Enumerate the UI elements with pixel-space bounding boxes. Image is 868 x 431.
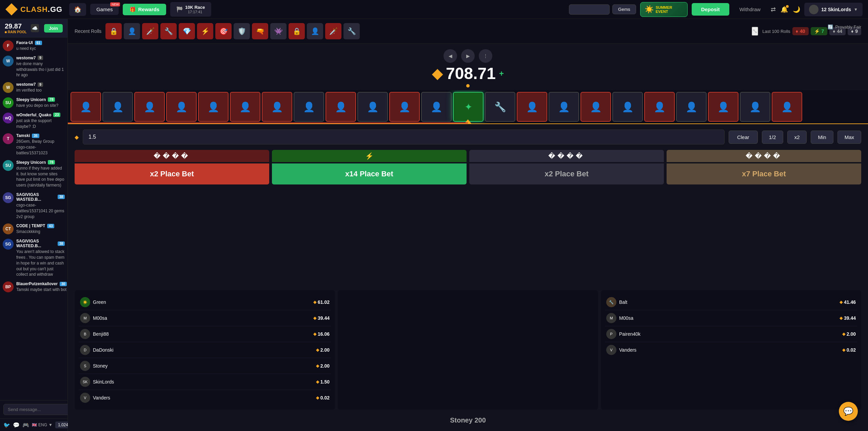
gem-icon: ◆ [842,348,845,352]
roll-item: 👾 [270,23,287,39]
refresh-button[interactable]: ⇄ [771,6,776,13]
discord-icon[interactable]: 💬 [13,422,20,428]
steam-icon[interactable]: 🎮 [22,422,29,428]
clear-button[interactable]: Clear [729,131,758,144]
carousel-item: ✦ [453,92,484,122]
player-name: Vanders [619,347,840,353]
col-icon: � [557,152,565,160]
chat-avatar: CT [3,223,14,234]
jackpot-area: ◀ ▶ ⋮ ◆ 708.71 + [68,44,868,90]
rain-icon[interactable]: ☁️ [31,24,39,32]
place-bet-button-red[interactable]: x2 Place Bet [75,163,269,184]
carousel-item: 👤 [71,92,101,122]
rain-amount: 29.87 [5,22,27,30]
chat-text: 26Gem, Bway Group csgo-case-battles/1537… [16,139,65,156]
bets-table-row: SK SkinLords ◆ 1.50 [79,374,331,390]
roll-item: 👤 [307,23,323,39]
user-area[interactable]: 12 SkinLords ▼ [804,3,863,16]
jackpot-controls: ◀ ▶ ⋮ [443,49,492,63]
gem-icon: ◆ [316,364,319,368]
notification-button[interactable]: 🔔 [781,6,788,13]
roll-item: 🎯 [215,23,232,39]
balt-label: Balt [619,299,837,305]
language-selector[interactable]: 🇬🇧 ENG ▼ [32,423,53,427]
chat-messages: F Faora-UI 61 u need kyc W westonw7 9 iv… [0,38,67,400]
gems-input[interactable] [569,4,610,15]
deposit-button[interactable]: Deposit [692,3,729,16]
roll-item: 💎 [179,23,195,39]
carousel-item: 👤 [389,92,420,122]
expand-rolls-button[interactable]: ⤡ [752,27,758,36]
provably-fair-button[interactable]: 🔄 Provably Fair [828,24,861,30]
chat-message: F Faora-UI 61 u need kyc [3,40,65,52]
carousel-item: 👤 [644,92,675,122]
place-bet-button-dark[interactable]: x2 Place Bet [469,163,664,184]
green-bets-table: ☀️ Green ◆ 61.02 M M00sa ◆ 39.44 B Benji… [75,290,335,410]
roll-item: 🔫 [252,23,268,39]
carousel-progress [68,122,868,123]
player-name: Pairen40k [619,331,840,337]
rewards-button[interactable]: Rewards [123,4,166,15]
support-chat-button[interactable]: 💬 [839,402,858,421]
half-bet-button[interactable]: 1/2 [762,131,783,144]
race-button[interactable]: 🏁 10K Race 17:17:41 [170,2,211,17]
chat-content: SAGIVIGAS WASTED.B... 38 You aren't allo… [16,239,65,277]
chat-level: 38 [58,241,65,246]
moon-button[interactable]: 🌙 [793,6,800,13]
col-header-icons: 🔒🗡️ [75,150,269,162]
chat-level: 78 [48,160,55,164]
gem-icon: ◆ [316,395,319,400]
roll-item: ⚡ [197,23,213,39]
gems-button[interactable]: Gems [612,4,636,14]
player-amount: ◆ 2.00 [842,331,856,337]
last100-label: Last 100 Rolls [762,29,790,34]
logo-diamond [5,3,18,16]
rain-label: RAIN POOL [5,30,27,34]
double-bet-button[interactable]: x2 [787,131,807,144]
chat-username: westonw7 9 [16,82,65,87]
bets-table-row: V Vanders ◆ 0.02 [605,342,857,358]
col-header-icons: 🎯🗡️ [667,150,861,162]
carousel-item: 👤 [198,92,229,122]
top-nav: CLASH.GG 🏠 Games NEW Rewards 🏁 10K Race … [0,0,868,19]
join-rain-button[interactable]: Join [44,24,63,33]
chat-content: Sleepy Unicorn 78 have you depo on site? [16,97,65,109]
balt-icon: 🔧 [606,297,616,307]
withdraw-button[interactable]: Withdraw [733,3,767,16]
chat-username: Tamski 35 [16,133,65,138]
twitter-icon[interactable]: 🐦 [3,422,10,428]
max-bet-button[interactable]: Max [837,131,861,144]
place-bet-button-brown[interactable]: x7 Place Bet [667,163,861,184]
chat-message: W westonw7 9 im verified too [3,82,65,93]
gem-icon: ◆ [840,316,843,320]
green-bets-rows: M M00sa ◆ 39.44 B Benji88 ◆ 16.06 D DaDo… [79,310,331,406]
col-icon: ⚡ [365,152,374,160]
place-bet-button-green[interactable]: x14 Place Bet [272,163,467,184]
chat-avatar: T [3,133,14,144]
carousel-item: 👤 [517,92,547,122]
home-button[interactable]: 🏠 [69,3,86,16]
player-avatar: D [80,345,90,355]
chat-avatar: BP [3,281,14,292]
chat-username: Sleepy Unicorn 78 [16,97,65,102]
player-avatar: P [606,329,616,339]
bets-table-row: P Pairen40k ◆ 2.00 [605,326,857,342]
jackpot-next-button[interactable]: ▶ [461,49,475,63]
sidebar: 29.87 RAIN POOL ☁️ Join F Faora-UI 61 u … [0,19,68,431]
games-button[interactable]: Games NEW [90,4,119,15]
bet-col-red: 🔒🗡️ x2 Place Bet [75,150,269,283]
green-icon: ☀️ [80,297,90,307]
roll-item: 🔧 [160,23,177,39]
chat-input[interactable] [3,404,69,415]
col-icon: � [154,152,161,160]
player-avatar: M [606,313,616,323]
min-bet-button[interactable]: Min [811,131,833,144]
bet-input[interactable] [83,130,725,144]
summer-event-banner[interactable]: ☀️ SUMMER EVENT [640,2,688,17]
jackpot-menu-button[interactable]: ⋮ [479,49,492,63]
chat-input-area: 😊 ▶ [0,400,67,418]
chat-username: SAGIVIGAS WASTED.B... 38 [16,192,65,202]
chat-content: Sleepy Unicorn 78 dunno if they have add… [16,160,65,188]
jackpot-prev-button[interactable]: ◀ [443,49,457,63]
bets-table-row: B Benji88 ◆ 16.06 [79,326,331,342]
